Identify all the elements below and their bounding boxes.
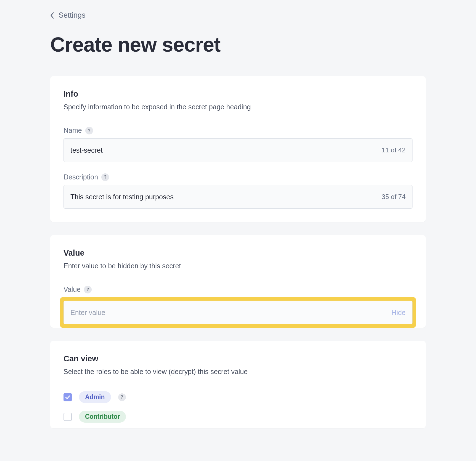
role-row-admin: Admin ? (64, 391, 412, 403)
name-input-wrap: 11 of 42 (64, 138, 412, 162)
value-field-group: Value ? Hide (64, 285, 412, 328)
breadcrumb-back[interactable]: Settings (50, 11, 426, 20)
help-icon[interactable]: ? (101, 173, 109, 181)
description-input-wrap: 35 of 74 (64, 185, 412, 209)
name-char-counter: 11 of 42 (382, 146, 406, 154)
chevron-left-icon (50, 12, 55, 19)
value-section-title: Value (64, 248, 412, 258)
role-pill-contributor: Contributor (79, 411, 126, 423)
description-char-counter: 35 of 74 (382, 193, 406, 201)
value-label: Value (64, 285, 81, 293)
value-highlight: Hide (60, 297, 416, 328)
can-view-card: Can view Select the roles to be able to … (50, 341, 426, 428)
description-label: Description (64, 173, 98, 181)
hide-toggle[interactable]: Hide (392, 309, 406, 317)
description-input[interactable] (70, 185, 376, 208)
value-section-desc: Enter value to be hidden by this secret (64, 262, 412, 270)
role-pill-admin: Admin (79, 391, 111, 403)
role-row-contributor: Contributor (64, 411, 412, 423)
check-icon (65, 395, 70, 399)
value-input-wrap: Hide (64, 301, 412, 324)
can-view-title: Can view (64, 354, 412, 363)
page-title: Create new secret (50, 33, 426, 56)
help-icon[interactable]: ? (84, 286, 92, 293)
name-label: Name (64, 126, 82, 134)
info-card: Info Specify information to be exposed i… (50, 76, 426, 222)
info-section-desc: Specify information to be exposed in the… (64, 103, 412, 111)
role-checkbox-admin[interactable] (64, 393, 72, 401)
breadcrumb-label: Settings (59, 11, 86, 20)
role-checkbox-contributor[interactable] (64, 413, 72, 421)
name-input[interactable] (70, 139, 376, 162)
description-field-group: Description ? 35 of 74 (64, 173, 412, 209)
value-card: Value Enter value to be hidden by this s… (50, 235, 426, 328)
value-input[interactable] (70, 301, 386, 324)
info-section-title: Info (64, 89, 412, 99)
name-field-group: Name ? 11 of 42 (64, 126, 412, 162)
can-view-desc: Select the roles to be able to view (dec… (64, 368, 412, 376)
help-icon[interactable]: ? (118, 393, 126, 401)
help-icon[interactable]: ? (85, 127, 93, 134)
